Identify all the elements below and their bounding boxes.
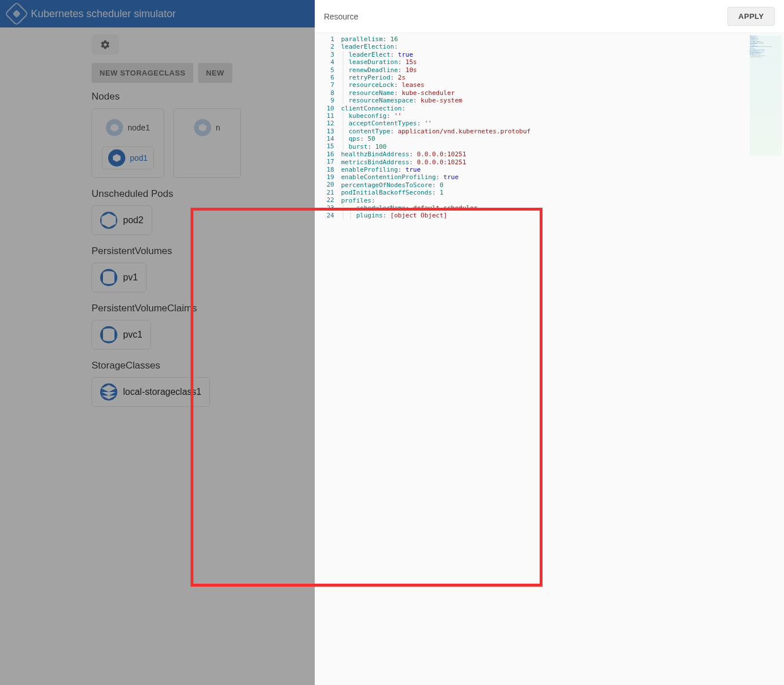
- resource-dialog: Resource APPLY 1234567891011121314151617…: [315, 0, 784, 685]
- apply-button[interactable]: APPLY: [727, 7, 775, 26]
- editor-content[interactable]: parallelism: 16 leaderElection: │ leader…: [338, 33, 784, 685]
- editor-gutter: 123456789101112131415161718192021222324: [315, 33, 338, 685]
- dialog-header: Resource APPLY: [315, 0, 784, 33]
- yaml-editor[interactable]: 123456789101112131415161718192021222324 …: [315, 33, 784, 685]
- editor-minimap[interactable]: parallelism: 16leaderElection: leaderEle…: [750, 35, 782, 156]
- dialog-title: Resource: [324, 12, 358, 21]
